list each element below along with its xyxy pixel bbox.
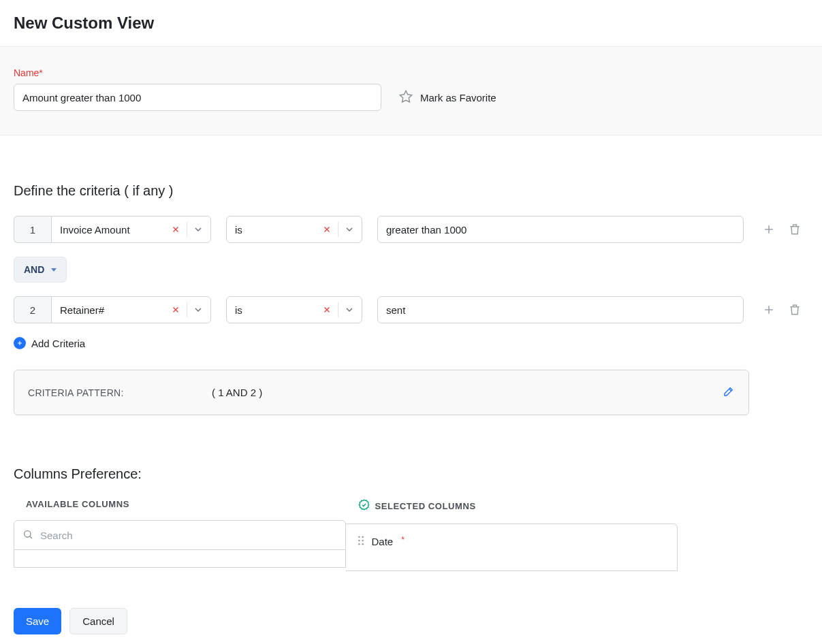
svg-point-4 xyxy=(362,540,364,542)
drag-handle-icon[interactable] xyxy=(357,536,365,547)
chevron-down-icon[interactable] xyxy=(191,223,205,236)
criteria-section: Define the criteria ( if any ) 1 Invoice… xyxy=(0,135,822,429)
name-label: Name* xyxy=(14,67,808,78)
mark-favorite-toggle[interactable]: Mark as Favorite xyxy=(398,89,496,106)
clear-icon[interactable] xyxy=(169,303,183,317)
criteria-operator-select[interactable]: is xyxy=(226,216,362,243)
chevron-down-icon[interactable] xyxy=(343,223,356,236)
criteria-row: 2 Retainer# is xyxy=(14,296,808,323)
selected-columns-list[interactable]: Date * xyxy=(346,524,678,571)
criteria-field-select[interactable]: Retainer# xyxy=(51,296,211,323)
svg-point-1 xyxy=(358,536,360,538)
required-indicator: * xyxy=(401,535,405,545)
selected-columns-panel: SELECTED COLUMNS Date * xyxy=(346,499,678,571)
criteria-operator-select[interactable]: is xyxy=(226,296,362,323)
criteria-operator-value: is xyxy=(235,224,242,236)
add-row-button[interactable] xyxy=(762,303,776,317)
selected-column-label: Date xyxy=(372,536,394,547)
add-criteria-label: Add Criteria xyxy=(31,338,85,349)
svg-point-2 xyxy=(362,536,364,538)
criteria-pattern-label: CRITERIA PATTERN: xyxy=(28,387,212,398)
criteria-field-value: Retainer# xyxy=(60,304,104,316)
svg-point-6 xyxy=(362,543,364,545)
chevron-down-icon[interactable] xyxy=(343,303,356,317)
criteria-index: 2 xyxy=(14,296,51,323)
mark-favorite-label: Mark as Favorite xyxy=(420,92,496,103)
cancel-button[interactable]: Cancel xyxy=(69,608,127,634)
clear-icon[interactable] xyxy=(320,303,334,317)
available-columns-search[interactable] xyxy=(14,520,346,550)
star-icon xyxy=(398,89,413,106)
svg-point-3 xyxy=(358,540,360,542)
plus-circle-icon xyxy=(14,337,26,349)
logic-operator-value: AND xyxy=(24,264,44,275)
page-title: New Custom View xyxy=(14,14,808,33)
clear-icon[interactable] xyxy=(169,223,183,236)
criteria-value-input[interactable] xyxy=(377,296,744,323)
available-columns-list[interactable] xyxy=(14,550,346,568)
criteria-index: 1 xyxy=(14,216,51,243)
name-input[interactable] xyxy=(14,84,381,111)
criteria-pattern-value: ( 1 AND 2 ) xyxy=(212,387,262,398)
delete-row-button[interactable] xyxy=(788,303,802,317)
svg-point-0 xyxy=(25,530,31,536)
available-columns-panel: AVAILABLE COLUMNS xyxy=(14,499,346,571)
caret-down-icon xyxy=(51,268,57,272)
criteria-value-input[interactable] xyxy=(377,216,744,243)
logic-operator-dropdown[interactable]: AND xyxy=(14,257,67,283)
criteria-heading: Define the criteria ( if any ) xyxy=(14,183,808,199)
footer-bar: Save Cancel xyxy=(0,598,822,639)
edit-pattern-button[interactable] xyxy=(723,385,735,400)
add-row-button[interactable] xyxy=(762,223,776,236)
criteria-row: 1 Invoice Amount is xyxy=(14,216,808,243)
criteria-operator-value: is xyxy=(235,304,242,316)
columns-preference-section: Columns Preference: AVAILABLE COLUMNS SE… xyxy=(0,429,822,585)
search-icon xyxy=(22,529,33,542)
available-columns-title: AVAILABLE COLUMNS xyxy=(14,499,346,509)
columns-heading: Columns Preference: xyxy=(14,466,808,482)
selected-column-item[interactable]: Date * xyxy=(346,531,678,552)
delete-row-button[interactable] xyxy=(788,223,802,236)
clear-icon[interactable] xyxy=(320,223,334,236)
criteria-pattern-box: CRITERIA PATTERN: ( 1 AND 2 ) xyxy=(14,370,749,415)
save-button[interactable]: Save xyxy=(14,608,61,634)
svg-point-5 xyxy=(358,543,360,545)
chevron-down-icon[interactable] xyxy=(191,303,205,317)
criteria-field-value: Invoice Amount xyxy=(60,224,130,236)
name-section: Name* Mark as Favorite xyxy=(0,47,822,135)
add-criteria-button[interactable]: Add Criteria xyxy=(14,337,85,349)
criteria-field-select[interactable]: Invoice Amount xyxy=(51,216,211,243)
selected-columns-title: SELECTED COLUMNS xyxy=(375,501,476,511)
page-header: New Custom View xyxy=(0,0,822,47)
check-badge-icon xyxy=(358,499,370,513)
search-input[interactable] xyxy=(40,530,337,541)
